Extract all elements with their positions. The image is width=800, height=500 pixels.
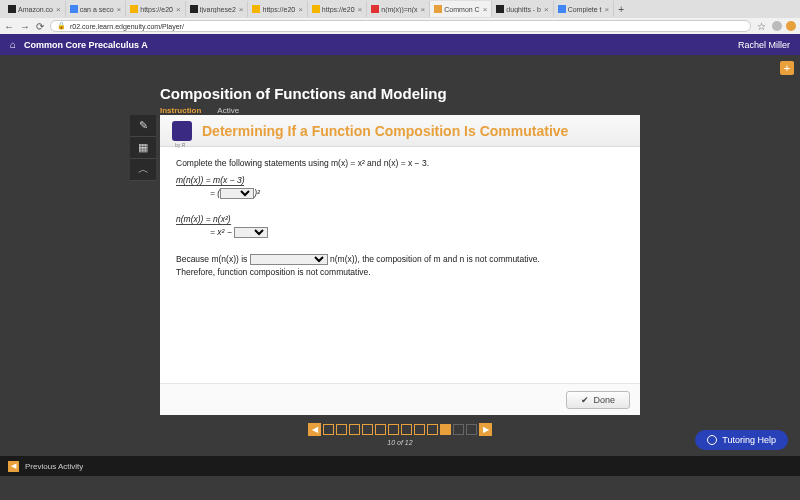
conclusion-2: Therefore, function composition is not c… bbox=[176, 266, 624, 279]
profile-avatar[interactable] bbox=[772, 21, 782, 31]
browser-tab[interactable]: https://e20× bbox=[248, 1, 307, 17]
user-name: Rachel Miller bbox=[738, 40, 790, 50]
tab-favicon bbox=[434, 5, 442, 13]
dropdown-2[interactable] bbox=[234, 227, 268, 238]
browser-chrome: Amazon.co×can a seco×https://e20×tjvargh… bbox=[0, 0, 800, 34]
browser-tab[interactable]: Amazon.co× bbox=[4, 1, 66, 17]
tab-close-icon[interactable]: × bbox=[239, 5, 244, 14]
pager-box[interactable] bbox=[362, 424, 373, 435]
lesson-header: Composition of Functions and Modeling In… bbox=[160, 85, 640, 119]
tab-close-icon[interactable]: × bbox=[605, 5, 610, 14]
done-button[interactable]: ✔ Done bbox=[566, 391, 630, 409]
tab-row: Amazon.co×can a seco×https://e20×tjvargh… bbox=[0, 0, 800, 18]
add-button[interactable]: + bbox=[780, 61, 794, 75]
pager-box[interactable] bbox=[375, 424, 386, 435]
forward-icon[interactable]: → bbox=[20, 21, 30, 32]
bottom-bar: ◀ Previous Activity bbox=[0, 456, 800, 476]
tab-close-icon[interactable]: × bbox=[56, 5, 61, 14]
tab-favicon bbox=[312, 5, 320, 13]
tab-favicon bbox=[371, 5, 379, 13]
browser-tab[interactable]: Common C× bbox=[430, 1, 492, 17]
pager-box[interactable] bbox=[440, 424, 451, 435]
tab-close-icon[interactable]: × bbox=[358, 5, 363, 14]
check-icon: ✔ bbox=[581, 395, 589, 405]
tab-title: can a seco bbox=[80, 6, 114, 13]
browser-tab[interactable]: n(m(x))=n(x× bbox=[367, 1, 430, 17]
pager-prev[interactable]: ◀ bbox=[308, 423, 321, 436]
tab-close-icon[interactable]: × bbox=[421, 5, 426, 14]
pager-box[interactable] bbox=[336, 424, 347, 435]
conclusion-1: Because m(n(x)) is n(m(x)), the composit… bbox=[176, 253, 624, 266]
app-header: ⌂ Common Core Precalculus A Rachel Mille… bbox=[0, 34, 800, 55]
eq-1b: = ()² bbox=[210, 187, 624, 200]
collapse-icon[interactable]: ︿ bbox=[130, 159, 156, 181]
pager-box[interactable] bbox=[323, 424, 334, 435]
dropdown-1[interactable] bbox=[220, 188, 254, 199]
home-icon[interactable]: ⌂ bbox=[10, 39, 16, 50]
panel-footer: ✔ Done bbox=[160, 383, 640, 415]
browser-tab[interactable]: https://e20× bbox=[126, 1, 185, 17]
reload-icon[interactable]: ⟳ bbox=[36, 21, 44, 32]
dropdown-3[interactable] bbox=[250, 254, 328, 265]
browser-tab[interactable]: https://e20× bbox=[308, 1, 367, 17]
course-title: Common Core Precalculus A bbox=[24, 40, 148, 50]
tab-favicon bbox=[130, 5, 138, 13]
pager-box[interactable] bbox=[466, 424, 477, 435]
content-panel: Determining If a Function Composition Is… bbox=[160, 115, 640, 415]
slide-icon bbox=[172, 121, 192, 141]
tutoring-help-button[interactable]: Tutoring Help bbox=[695, 430, 788, 450]
tab-title: n(m(x))=n(x bbox=[381, 6, 417, 13]
tab-favicon bbox=[252, 5, 260, 13]
pager-box[interactable] bbox=[401, 424, 412, 435]
eq-1: m(n(x)) = m(x − 3) bbox=[176, 174, 624, 187]
tab-favicon bbox=[70, 5, 78, 13]
tab-title: Common C bbox=[444, 6, 479, 13]
pager-box[interactable] bbox=[427, 424, 438, 435]
prev-icon[interactable]: ◀ bbox=[8, 461, 19, 472]
prev-activity-link[interactable]: Previous Activity bbox=[25, 462, 83, 471]
tab-close-icon[interactable]: × bbox=[298, 5, 303, 14]
pager-box[interactable] bbox=[349, 424, 360, 435]
star-icon[interactable]: ☆ bbox=[757, 21, 766, 32]
tab-close-icon[interactable]: × bbox=[483, 5, 488, 14]
eq-2: n(m(x)) = n(x²) bbox=[176, 213, 624, 226]
tab-title: dughitts - b bbox=[506, 6, 541, 13]
browser-tab[interactable]: tjvarghese2× bbox=[186, 1, 249, 17]
instruction-text: Complete the following statements using … bbox=[176, 157, 624, 170]
tab-title: https://e20 bbox=[322, 6, 355, 13]
back-icon[interactable]: ← bbox=[4, 21, 14, 32]
calculator-icon[interactable]: ▦ bbox=[130, 137, 156, 159]
panel-header: Determining If a Function Composition Is… bbox=[160, 115, 640, 147]
slide-title: Determining If a Function Composition Is… bbox=[202, 123, 568, 139]
browser-tab[interactable]: Complete t× bbox=[554, 1, 615, 17]
tab-title: Amazon.co bbox=[18, 6, 53, 13]
pager-box[interactable] bbox=[414, 424, 425, 435]
side-toolbar: ✎ ▦ ︿ bbox=[130, 115, 156, 181]
tab-close-icon[interactable]: × bbox=[117, 5, 122, 14]
browser-tab[interactable]: can a seco× bbox=[66, 1, 127, 17]
eq-2b: = x² − bbox=[210, 226, 624, 239]
tab-favicon bbox=[190, 5, 198, 13]
tab-title: Complete t bbox=[568, 6, 602, 13]
tab-favicon bbox=[8, 5, 16, 13]
browser-tab[interactable]: dughitts - b× bbox=[492, 1, 553, 17]
main-area: + Composition of Functions and Modeling … bbox=[0, 55, 800, 476]
extension-icon[interactable] bbox=[786, 21, 796, 31]
pager-next[interactable]: ▶ bbox=[479, 423, 492, 436]
pager-box[interactable] bbox=[388, 424, 399, 435]
tab-title: https://e20 bbox=[262, 6, 295, 13]
pager: ◀▶ 10 of 12 bbox=[160, 423, 640, 446]
tab-close-icon[interactable]: × bbox=[544, 5, 549, 14]
pencil-icon[interactable]: ✎ bbox=[130, 115, 156, 137]
new-tab-button[interactable]: + bbox=[614, 4, 628, 15]
pager-box[interactable] bbox=[453, 424, 464, 435]
tab-title: https://e20 bbox=[140, 6, 173, 13]
pager-label: 10 of 12 bbox=[160, 439, 640, 446]
tab-close-icon[interactable]: × bbox=[176, 5, 181, 14]
url-text: r02.core.learn.edgenuity.com/Player/ bbox=[70, 23, 184, 30]
url-bar[interactable]: 🔒 r02.core.learn.edgenuity.com/Player/ bbox=[50, 20, 751, 32]
lesson-title: Composition of Functions and Modeling bbox=[160, 85, 640, 102]
lock-icon: 🔒 bbox=[57, 22, 66, 30]
panel-body: Complete the following statements using … bbox=[160, 147, 640, 383]
tab-favicon bbox=[558, 5, 566, 13]
